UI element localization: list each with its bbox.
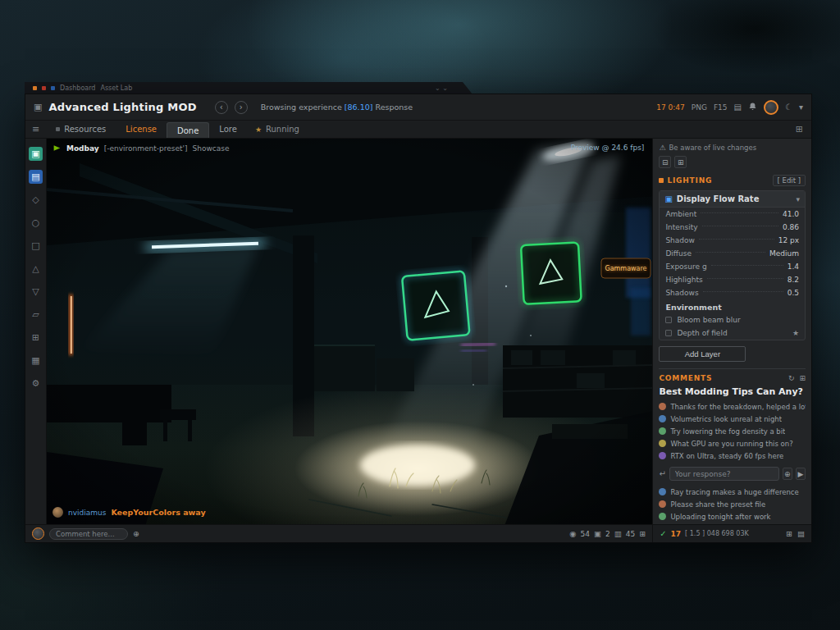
toggle-row-bloom[interactable]: Bloom beam blur (660, 313, 805, 326)
stats-icon[interactable]: ▥ (614, 529, 622, 538)
transform-tool-icon[interactable]: ◇ (29, 193, 43, 207)
png-label[interactable]: PNG (692, 103, 707, 112)
prop-row[interactable]: Shadow 12 px (660, 234, 805, 247)
comment-user-avatar[interactable] (32, 527, 44, 540)
scene-viewport[interactable]: Gammaware Gammaware (47, 139, 652, 524)
user-avatar[interactable] (764, 100, 778, 115)
tab-done-label: Done (177, 126, 199, 135)
sphere-tool-icon[interactable]: ○ (29, 216, 43, 230)
address-link[interactable]: [86.10] (345, 103, 373, 112)
commenter-avatar[interactable] (659, 415, 666, 422)
panel-status-count: 17 (671, 530, 682, 538)
comment-item[interactable]: Please share the preset file (659, 500, 806, 509)
toggle-row-dof[interactable]: Depth of field ★ (660, 326, 805, 340)
tab-license[interactable]: License (116, 121, 167, 138)
tab-resources[interactable]: Resources (46, 121, 116, 138)
cone-tool-icon[interactable]: ▽ (29, 285, 43, 299)
expand-button[interactable]: ⊞ (674, 156, 687, 168)
prop-row[interactable]: Diffuse Medium (660, 247, 805, 260)
checkbox-icon[interactable] (665, 330, 672, 336)
comment-item[interactable]: What GPU are you running this on? (659, 440, 806, 448)
environment-tool-icon[interactable]: ▣ (29, 147, 43, 161)
layers-tool-icon[interactable]: ▤ (29, 170, 43, 184)
pattern-tool-icon[interactable]: ▦ (29, 354, 43, 368)
viewport-user-avatar[interactable] (52, 507, 63, 518)
comments-expand-icon[interactable]: ⊞ (799, 374, 806, 382)
comment-item[interactable]: Try lowering the fog density a bit (659, 427, 806, 436)
fps-label[interactable]: F15 (714, 103, 728, 112)
thread-title[interactable]: Best Modding Tips Can Any? (659, 386, 806, 397)
pip-icon[interactable]: ▤ (734, 103, 742, 112)
viewport-user-name[interactable]: nvidiamus (68, 509, 106, 517)
checkbox-icon[interactable] (665, 317, 672, 323)
comment-item[interactable]: Ray tracing makes a huge difference (659, 488, 806, 496)
moon-icon[interactable]: ☾ (785, 103, 792, 112)
add-layer-button[interactable]: Add Layer (659, 346, 746, 362)
menu-icon[interactable]: ≡ (32, 124, 39, 135)
commenter-avatar[interactable] (659, 500, 666, 508)
comment-input[interactable] (49, 528, 128, 540)
strip-label-assets[interactable]: Asset Lab (100, 84, 132, 92)
cube-tool-icon[interactable]: □ (29, 239, 43, 253)
prop-row[interactable]: Ambient 41.0 (660, 208, 805, 221)
tab-lore[interactable]: Lore (209, 121, 247, 138)
prop-value[interactable]: 0.86 (783, 223, 799, 231)
collapse-button[interactable]: ⊟ (659, 156, 671, 168)
grid-tool-icon[interactable]: ⊞ (29, 331, 43, 345)
comment-item[interactable]: RTX on Ultra, steady 60 fps here (659, 452, 806, 460)
views-icon[interactable]: ◉ (569, 529, 576, 538)
comment-item[interactable]: Thanks for the breakdown, helped a lot (659, 403, 806, 411)
titlebar-chevron-icon[interactable]: ▾ (799, 103, 803, 112)
prop-value[interactable]: Medium (769, 249, 799, 258)
commenter-avatar[interactable] (659, 403, 666, 410)
commenter-avatar[interactable] (659, 427, 666, 435)
panel-layers-icon[interactable]: ▤ (797, 529, 805, 538)
nav-back-button[interactable]: ‹ (215, 101, 228, 114)
prop-value[interactable]: 1.4 (788, 262, 799, 271)
attach-button[interactable]: ⊕ (783, 468, 792, 480)
layout-grid-icon[interactable]: ⊞ (796, 124, 803, 135)
strip-dot-blue[interactable] (51, 86, 55, 90)
settings-tool-icon[interactable]: ⚙ (29, 377, 43, 390)
card-header[interactable]: ▣ Display Flow Rate ▾ (660, 191, 805, 208)
captures-icon[interactable]: ▣ (594, 529, 601, 538)
strip-chevrons-icon[interactable]: ⌄ ⌄ (435, 84, 448, 92)
prism-tool-icon[interactable]: △ (29, 262, 43, 276)
comment-item[interactable]: Volumetrics look unreal at night (659, 415, 806, 423)
prop-label: Diffuse (665, 249, 692, 258)
nav-forward-button[interactable]: › (235, 101, 248, 114)
strip-dot-orange[interactable] (33, 86, 37, 90)
section-edit-button[interactable]: [ Edit ] (773, 175, 806, 186)
commenter-avatar[interactable] (659, 452, 666, 459)
prop-value[interactable]: 41.0 (783, 210, 799, 218)
strip-dot-red[interactable] (42, 86, 46, 90)
commenter-avatar[interactable] (659, 513, 666, 520)
address-text[interactable]: Browsing experience [86.10] Response (261, 103, 413, 112)
bottom-grid-icon[interactable]: ⊞ (639, 529, 646, 538)
panel-grid-icon[interactable]: ⊞ (786, 529, 792, 538)
send-button[interactable]: ▶ (796, 468, 806, 480)
commenter-avatar[interactable] (659, 440, 666, 447)
reply-input[interactable] (669, 467, 779, 481)
prop-row[interactable]: Highlights 8.2 (660, 273, 805, 286)
prop-row[interactable]: Intensity 0.86 (660, 221, 805, 234)
tab-done[interactable]: Done (167, 122, 209, 138)
favorite-star-icon[interactable]: ★ (792, 329, 799, 337)
commenter-avatar[interactable] (659, 488, 666, 495)
scene-render[interactable]: Gammaware Gammaware (47, 139, 652, 524)
card-chevron-icon[interactable]: ▾ (796, 195, 800, 203)
refresh-icon[interactable]: ↻ (788, 374, 795, 382)
prop-label: Highlights (665, 276, 702, 284)
prop-value[interactable]: 12 px (778, 236, 799, 244)
strip-label-dashboard[interactable]: Dashboard (60, 84, 95, 92)
prop-value[interactable]: 8.2 (788, 276, 799, 284)
reply-icon: ↵ (659, 469, 665, 478)
prop-value[interactable]: 0.5 (788, 289, 799, 297)
plane-tool-icon[interactable]: ▱ (29, 308, 43, 322)
add-comment-icon[interactable]: ⊕ (133, 529, 139, 538)
bell-icon[interactable] (748, 102, 757, 112)
prop-row[interactable]: Shadows 0.5 (660, 286, 805, 299)
address-pre: Browsing experience (261, 103, 342, 112)
prop-row[interactable]: Exposure g 1.4 (660, 260, 805, 273)
comment-item[interactable]: Uploading tonight after work (659, 513, 806, 521)
